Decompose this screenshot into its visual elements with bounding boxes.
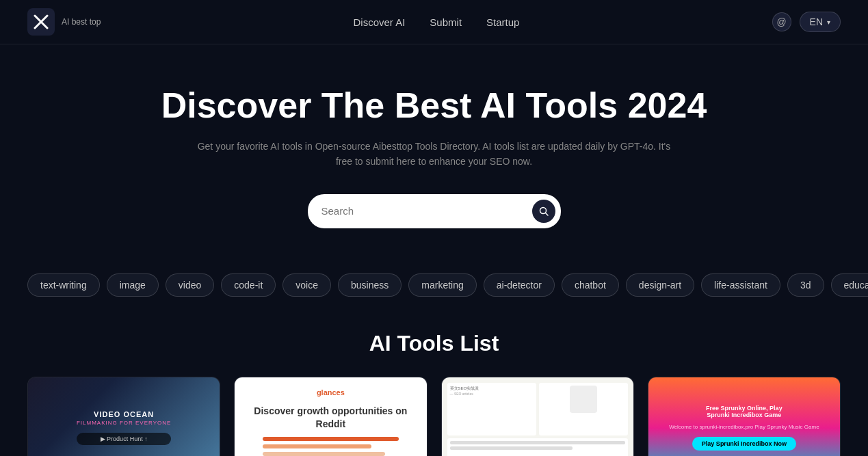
tag-design-art[interactable]: design-art (626, 273, 694, 297)
tools-section-title: AI Tools List (27, 331, 841, 356)
tool-thumbnail-2: glances Discover growth opportunities on… (235, 377, 426, 456)
thumb2-logo: glances (317, 388, 345, 397)
search-icon (539, 206, 549, 216)
tags-row: text-writing image video code-it voice b… (0, 273, 868, 317)
tag-video[interactable]: video (166, 273, 214, 297)
tool-card-video-ocean[interactable]: VIDEO OCEAN FILMMAKING FOR EVERYONE ▶ Pr… (27, 377, 220, 456)
header: AI best top Discover AI Submit Startup @… (0, 0, 868, 44)
thumb3-cell-3 (447, 438, 628, 456)
hero-subtitle: Get your favorite AI tools in Open-sourc… (195, 139, 674, 170)
tag-voice[interactable]: voice (282, 273, 331, 297)
thumb1-title: VIDEO OCEAN (77, 410, 171, 418)
thumb1-sub: FILMMAKING FOR EVERYONE (77, 420, 171, 426)
tag-image[interactable]: image (107, 273, 159, 297)
hero-title: Discover The Best AI Tools 2024 (27, 85, 841, 126)
logo-icon (27, 8, 55, 36)
search-input[interactable] (321, 205, 527, 217)
tool-card-sprunky[interactable]: Free Sprunky Online, PlaySprunki Incredi… (648, 377, 841, 456)
tools-section: AI Tools List VIDEO OCEAN FILMMAKING FOR… (0, 317, 868, 456)
chevron-down-icon: ▾ (827, 18, 830, 26)
tool-card-seo[interactable]: 英文SEO实战派— SEO articles Practical English… (441, 377, 634, 456)
tag-chatbot[interactable]: chatbot (562, 273, 619, 297)
lang-label: EN (810, 16, 823, 27)
tag-marketing[interactable]: marketing (408, 273, 476, 297)
thumb4-top-text: Free Sprunky Online, PlaySprunki Incredi… (706, 405, 782, 418)
tag-3d[interactable]: 3d (787, 273, 824, 297)
logo[interactable]: AI best top (27, 8, 101, 36)
search-bar (308, 194, 561, 228)
tool-thumbnail-3: 英文SEO实战派— SEO articles (442, 377, 633, 456)
tag-education[interactable]: education (831, 273, 869, 297)
tag-code-it[interactable]: code-it (221, 273, 276, 297)
thumb4-welcome: Welcome to sprunki-incredibox.pro Play S… (669, 424, 819, 430)
tool-card-glances[interactable]: glances Discover growth opportunities on… (234, 377, 427, 456)
hero-section: Discover The Best AI Tools 2024 Get your… (0, 44, 868, 273)
header-right: @ EN ▾ (772, 12, 841, 32)
tag-business[interactable]: business (338, 273, 402, 297)
thumb4-btn: Play Sprunki Incredibox Now (692, 437, 796, 451)
tag-ai-detector[interactable]: ai-detector (484, 273, 555, 297)
thumb3-cell-2 (539, 383, 628, 436)
search-button[interactable] (532, 200, 555, 223)
main-nav: Discover AI Submit Startup (354, 16, 520, 28)
tools-grid: VIDEO OCEAN FILMMAKING FOR EVERYONE ▶ Pr… (27, 377, 841, 456)
svg-line-3 (545, 213, 548, 215)
tool-thumbnail-1: VIDEO OCEAN FILMMAKING FOR EVERYONE ▶ Pr… (28, 377, 220, 456)
thumb3-cell-1: 英文SEO实战派— SEO articles (447, 383, 536, 436)
tag-life-assistant[interactable]: life-assistant (701, 273, 780, 297)
tag-text-writing[interactable]: text-writing (27, 273, 100, 297)
tool-thumbnail-4: Free Sprunky Online, PlaySprunki Incredi… (648, 377, 840, 456)
logo-text: AI best top (62, 17, 101, 27)
account-icon[interactable]: @ (772, 12, 791, 31)
nav-submit[interactable]: Submit (430, 16, 462, 28)
nav-discover[interactable]: Discover AI (354, 16, 406, 28)
language-selector[interactable]: EN ▾ (800, 12, 841, 32)
nav-startup[interactable]: Startup (486, 16, 519, 28)
thumb1-badge: ▶ Product Hunt ↑ (77, 433, 171, 445)
thumb2-heading: Discover growth opportunities on Reddit (246, 405, 415, 429)
